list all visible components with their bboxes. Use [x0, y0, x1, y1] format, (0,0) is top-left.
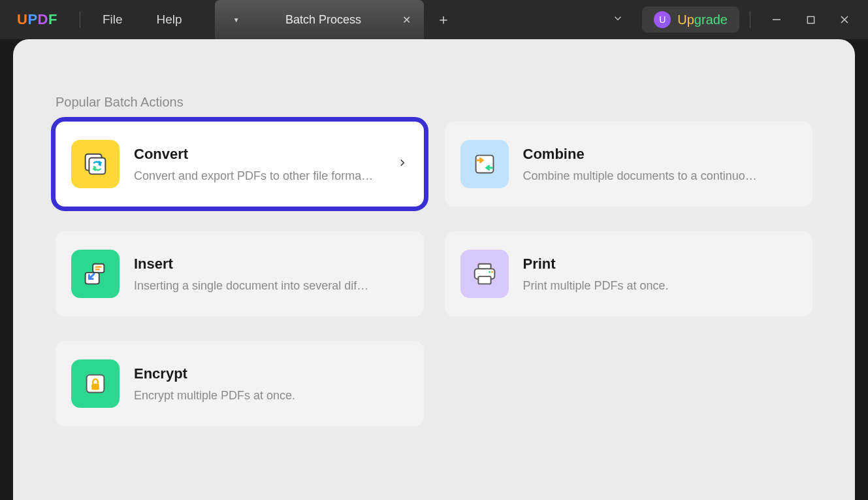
close-icon[interactable]: ✕ [400, 11, 413, 29]
card-convert[interactable]: Convert Convert and export PDFs to other… [56, 122, 424, 207]
chevron-right-icon [396, 157, 408, 171]
titlebar-right: U Upgrade [599, 7, 868, 33]
convert-icon [71, 140, 120, 188]
upgrade-label: Upgrade [677, 12, 728, 27]
combine-icon [460, 140, 509, 188]
card-desc: Print multiple PDFs at once. [523, 279, 797, 293]
svg-rect-13 [478, 264, 490, 269]
close-button[interactable] [829, 7, 860, 33]
svg-rect-9 [93, 264, 104, 273]
tab-title: Batch Process [248, 13, 400, 27]
encrypt-icon [71, 359, 120, 408]
menu-file[interactable]: File [86, 12, 140, 27]
card-title: Insert [134, 256, 408, 273]
avatar: U [654, 11, 671, 28]
insert-icon [71, 250, 120, 298]
action-grid: Convert Convert and export PDFs to other… [56, 122, 812, 426]
titlebar: UPDF File Help ▼ Batch Process ✕ ＋ U Upg… [0, 0, 868, 39]
upgrade-button[interactable]: U Upgrade [642, 7, 739, 33]
svg-rect-6 [475, 156, 493, 173]
card-combine[interactable]: Combine Combine multiple documents to a … [445, 122, 813, 207]
card-title: Convert [134, 146, 382, 163]
svg-point-16 [489, 271, 490, 273]
divider [750, 11, 750, 28]
card-insert[interactable]: Insert Inserting a single document into … [56, 231, 424, 316]
svg-rect-5 [89, 158, 105, 174]
divider [80, 11, 80, 28]
card-encrypt[interactable]: Encrypt Encrypt multiple PDFs at once. [56, 341, 424, 426]
card-title: Print [523, 256, 797, 273]
card-desc: Inserting a single document into several… [134, 279, 408, 293]
svg-rect-15 [478, 276, 490, 284]
section-title: Popular Batch Actions [56, 95, 812, 110]
card-desc: Convert and export PDFs to other file fo… [134, 169, 382, 183]
chevron-down-icon[interactable] [599, 7, 637, 32]
window-controls [761, 7, 860, 33]
svg-rect-19 [91, 384, 99, 390]
minimize-button[interactable] [761, 7, 792, 33]
new-tab-button[interactable]: ＋ [424, 0, 463, 39]
card-desc: Combine multiple documents to a continuo… [523, 169, 797, 183]
svg-rect-1 [807, 16, 814, 23]
card-desc: Encrypt multiple PDFs at once. [134, 389, 408, 403]
tab-area: ▼ Batch Process ✕ ＋ [215, 0, 463, 39]
menu-help[interactable]: Help [140, 12, 199, 27]
main-content: Popular Batch Actions Convert Convert an… [13, 39, 855, 500]
maximize-button[interactable] [795, 7, 826, 33]
print-icon [460, 250, 509, 298]
tab-batch-process[interactable]: ▼ Batch Process ✕ [215, 0, 424, 39]
svg-point-17 [491, 271, 493, 273]
app-logo: UPDF [0, 11, 74, 28]
tab-dropdown-icon[interactable]: ▼ [225, 16, 248, 24]
card-print[interactable]: Print Print multiple PDFs at once. [445, 231, 813, 316]
card-title: Combine [523, 146, 797, 163]
card-title: Encrypt [134, 365, 408, 382]
